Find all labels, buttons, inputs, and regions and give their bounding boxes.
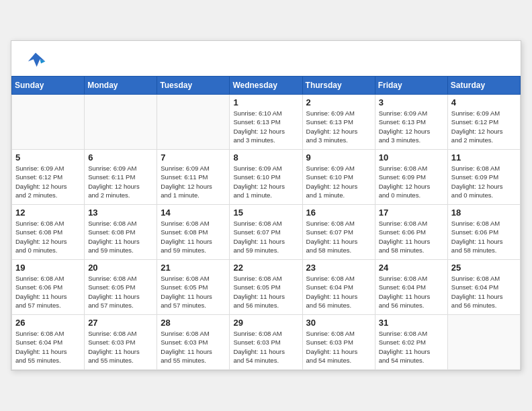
day-number: 1 [233, 97, 298, 107]
day-number: 10 [379, 152, 444, 163]
logo [25, 52, 49, 71]
day-info: Sunrise: 6:08 AM Sunset: 6:09 PM Dayligh… [451, 164, 517, 199]
day-info: Sunrise: 6:08 AM Sunset: 6:08 PM Dayligh… [15, 219, 81, 255]
calendar-cell: 8Sunrise: 6:09 AM Sunset: 6:10 PM Daylig… [230, 150, 302, 205]
day-number: 18 [451, 208, 517, 218]
calendar-cell: 12Sunrise: 6:08 AM Sunset: 6:08 PM Dayli… [12, 205, 85, 260]
day-info: Sunrise: 6:09 AM Sunset: 6:10 PM Dayligh… [233, 164, 298, 199]
day-info: Sunrise: 6:08 AM Sunset: 6:04 PM Dayligh… [379, 274, 444, 310]
calendar-cell [447, 315, 520, 370]
day-number: 26 [15, 318, 81, 328]
day-number: 5 [15, 152, 81, 163]
day-number: 9 [306, 152, 371, 163]
day-number: 25 [451, 263, 517, 273]
weekday-header-tuesday: Tuesday [157, 77, 230, 95]
calendar-cell: 23Sunrise: 6:08 AM Sunset: 6:04 PM Dayli… [302, 260, 375, 315]
calendar-cell [85, 95, 157, 150]
week-row-3: 12Sunrise: 6:08 AM Sunset: 6:08 PM Dayli… [12, 205, 521, 260]
day-number: 29 [233, 318, 298, 328]
day-info: Sunrise: 6:08 AM Sunset: 6:04 PM Dayligh… [306, 274, 371, 310]
day-info: Sunrise: 6:09 AM Sunset: 6:12 PM Dayligh… [15, 164, 81, 199]
calendar-cell: 6Sunrise: 6:09 AM Sunset: 6:11 PM Daylig… [85, 150, 157, 205]
day-number: 4 [451, 97, 517, 107]
day-info: Sunrise: 6:08 AM Sunset: 6:03 PM Dayligh… [306, 329, 371, 365]
calendar-cell: 5Sunrise: 6:09 AM Sunset: 6:12 PM Daylig… [12, 150, 85, 205]
day-number: 7 [161, 152, 226, 163]
weekday-header-sunday: Sunday [12, 77, 85, 95]
day-info: Sunrise: 6:08 AM Sunset: 6:02 PM Dayligh… [379, 329, 444, 365]
day-info: Sunrise: 6:09 AM Sunset: 6:11 PM Dayligh… [88, 164, 153, 199]
weekday-header-friday: Friday [375, 77, 447, 95]
calendar-cell: 26Sunrise: 6:08 AM Sunset: 6:04 PM Dayli… [12, 315, 85, 370]
weekday-header-wednesday: Wednesday [230, 77, 302, 95]
day-number: 2 [306, 97, 371, 107]
calendar-cell: 15Sunrise: 6:08 AM Sunset: 6:07 PM Dayli… [230, 205, 302, 260]
calendar-cell: 22Sunrise: 6:08 AM Sunset: 6:05 PM Dayli… [230, 260, 302, 315]
calendar-cell: 7Sunrise: 6:09 AM Sunset: 6:11 PM Daylig… [157, 150, 230, 205]
day-number: 31 [379, 318, 444, 328]
day-number: 6 [88, 152, 153, 163]
calendar-grid: SundayMondayTuesdayWednesdayThursdayFrid… [11, 76, 521, 370]
day-number: 27 [88, 318, 153, 328]
day-number: 3 [379, 97, 444, 107]
day-number: 8 [233, 152, 298, 163]
day-number: 28 [161, 318, 226, 328]
calendar-cell: 10Sunrise: 6:08 AM Sunset: 6:09 PM Dayli… [375, 150, 447, 205]
calendar-cell: 18Sunrise: 6:08 AM Sunset: 6:06 PM Dayli… [447, 205, 520, 260]
calendar-cell: 21Sunrise: 6:08 AM Sunset: 6:05 PM Dayli… [157, 260, 230, 315]
calendar-cell: 3Sunrise: 6:09 AM Sunset: 6:13 PM Daylig… [375, 95, 447, 150]
day-info: Sunrise: 6:08 AM Sunset: 6:03 PM Dayligh… [161, 329, 226, 365]
day-info: Sunrise: 6:08 AM Sunset: 6:06 PM Dayligh… [379, 219, 444, 255]
calendar-header [11, 41, 521, 76]
day-number: 30 [306, 318, 371, 328]
calendar-cell: 1Sunrise: 6:10 AM Sunset: 6:13 PM Daylig… [230, 95, 302, 150]
day-info: Sunrise: 6:08 AM Sunset: 6:03 PM Dayligh… [88, 329, 153, 365]
day-number: 20 [88, 263, 153, 273]
calendar-cell: 16Sunrise: 6:08 AM Sunset: 6:07 PM Dayli… [302, 205, 375, 260]
weekday-header-monday: Monday [85, 77, 157, 95]
week-row-1: 1Sunrise: 6:10 AM Sunset: 6:13 PM Daylig… [12, 95, 521, 150]
day-info: Sunrise: 6:08 AM Sunset: 6:04 PM Dayligh… [15, 329, 81, 365]
calendar-container: SundayMondayTuesdayWednesdayThursdayFrid… [11, 40, 521, 371]
day-info: Sunrise: 6:08 AM Sunset: 6:09 PM Dayligh… [379, 164, 444, 199]
day-info: Sunrise: 6:09 AM Sunset: 6:13 PM Dayligh… [379, 109, 444, 144]
day-number: 19 [15, 263, 81, 273]
day-info: Sunrise: 6:10 AM Sunset: 6:13 PM Dayligh… [233, 109, 298, 144]
day-info: Sunrise: 6:08 AM Sunset: 6:04 PM Dayligh… [451, 274, 517, 310]
weekday-header-thursday: Thursday [302, 77, 375, 95]
calendar-cell: 19Sunrise: 6:08 AM Sunset: 6:06 PM Dayli… [12, 260, 85, 315]
week-row-5: 26Sunrise: 6:08 AM Sunset: 6:04 PM Dayli… [12, 315, 521, 370]
day-info: Sunrise: 6:08 AM Sunset: 6:08 PM Dayligh… [161, 219, 226, 255]
day-info: Sunrise: 6:08 AM Sunset: 6:05 PM Dayligh… [88, 274, 153, 310]
day-info: Sunrise: 6:08 AM Sunset: 6:07 PM Dayligh… [306, 219, 371, 255]
weekday-header-saturday: Saturday [447, 77, 520, 95]
weekday-header-row: SundayMondayTuesdayWednesdayThursdayFrid… [12, 77, 521, 95]
day-info: Sunrise: 6:08 AM Sunset: 6:05 PM Dayligh… [233, 274, 298, 310]
calendar-cell: 29Sunrise: 6:08 AM Sunset: 6:03 PM Dayli… [230, 315, 302, 370]
calendar-cell: 28Sunrise: 6:08 AM Sunset: 6:03 PM Dayli… [157, 315, 230, 370]
calendar-cell: 17Sunrise: 6:08 AM Sunset: 6:06 PM Dayli… [375, 205, 447, 260]
day-number: 15 [233, 208, 298, 218]
calendar-cell: 14Sunrise: 6:08 AM Sunset: 6:08 PM Dayli… [157, 205, 230, 260]
calendar-cell: 2Sunrise: 6:09 AM Sunset: 6:13 PM Daylig… [302, 95, 375, 150]
day-number: 22 [233, 263, 298, 273]
calendar-cell [12, 95, 85, 150]
day-info: Sunrise: 6:09 AM Sunset: 6:13 PM Dayligh… [306, 109, 371, 144]
svg-marker-0 [28, 53, 46, 67]
day-info: Sunrise: 6:08 AM Sunset: 6:06 PM Dayligh… [451, 219, 517, 255]
calendar-cell: 11Sunrise: 6:08 AM Sunset: 6:09 PM Dayli… [447, 150, 520, 205]
week-row-2: 5Sunrise: 6:09 AM Sunset: 6:12 PM Daylig… [12, 150, 521, 205]
calendar-cell: 13Sunrise: 6:08 AM Sunset: 6:08 PM Dayli… [85, 205, 157, 260]
day-number: 16 [306, 208, 371, 218]
day-info: Sunrise: 6:08 AM Sunset: 6:07 PM Dayligh… [233, 219, 298, 255]
calendar-cell: 9Sunrise: 6:09 AM Sunset: 6:10 PM Daylig… [302, 150, 375, 205]
calendar-cell: 24Sunrise: 6:08 AM Sunset: 6:04 PM Dayli… [375, 260, 447, 315]
calendar-cell: 25Sunrise: 6:08 AM Sunset: 6:04 PM Dayli… [447, 260, 520, 315]
day-number: 21 [161, 263, 226, 273]
calendar-cell: 31Sunrise: 6:08 AM Sunset: 6:02 PM Dayli… [375, 315, 447, 370]
day-info: Sunrise: 6:08 AM Sunset: 6:05 PM Dayligh… [161, 274, 226, 310]
day-number: 23 [306, 263, 371, 273]
logo-icon [25, 52, 46, 71]
day-info: Sunrise: 6:08 AM Sunset: 6:03 PM Dayligh… [233, 329, 298, 365]
day-info: Sunrise: 6:09 AM Sunset: 6:11 PM Dayligh… [161, 164, 226, 199]
